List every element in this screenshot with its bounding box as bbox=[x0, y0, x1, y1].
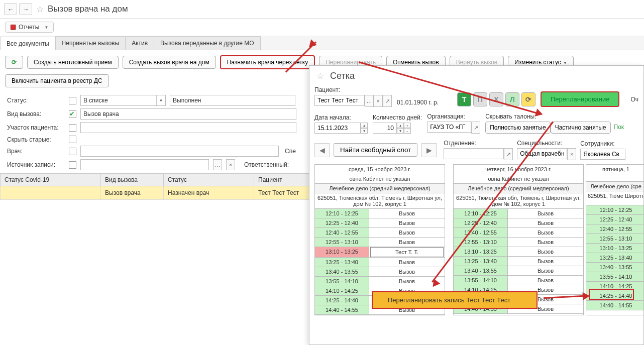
slot-row[interactable]: 13:10 - 13:25 bbox=[586, 244, 644, 253]
hide-full-button[interactable]: Полностью занятые bbox=[485, 122, 551, 134]
slot-row[interactable]: 13:10 - 13:25Вызов bbox=[454, 247, 583, 257]
slot-time: 14:10 - 14:25 bbox=[315, 286, 369, 295]
dept-input[interactable] bbox=[444, 148, 504, 159]
slot-label: Вызов bbox=[369, 258, 445, 267]
slot-row[interactable]: 13:40 - 13:55 bbox=[586, 263, 644, 272]
slot-row[interactable]: 13:55 - 14:10 bbox=[586, 272, 644, 282]
slot-label: Тест Т. Т. bbox=[370, 247, 444, 257]
patient-input[interactable] bbox=[314, 95, 365, 106]
spec-clear-button[interactable]: × bbox=[567, 148, 576, 160]
slot-row[interactable]: 12:25 - 12:40Вызов bbox=[315, 218, 445, 228]
slot-row[interactable]: 13:25 - 13:40Вызов bbox=[315, 258, 445, 267]
doctor-input[interactable] bbox=[80, 146, 279, 157]
staff-input[interactable] bbox=[580, 149, 625, 160]
slot-label: Вызов bbox=[508, 266, 583, 275]
favorite-icon[interactable]: ☆ bbox=[36, 4, 44, 15]
doctor-checkbox[interactable] bbox=[69, 148, 76, 155]
replan-mode-button[interactable]: Перепланирование bbox=[541, 91, 619, 107]
next-slot-button[interactable]: ▶ bbox=[421, 143, 437, 157]
refresh-button[interactable]: ⟳ bbox=[5, 56, 23, 69]
org-label: Организация: bbox=[427, 113, 480, 120]
slot-row[interactable]: 12:25 - 12:40 bbox=[586, 215, 644, 224]
col-type[interactable]: Вид вызова bbox=[101, 174, 164, 186]
slot-row[interactable]: 12:55 - 13:10 bbox=[586, 234, 644, 244]
slot-row[interactable]: 12:10 - 12:25Вызов bbox=[315, 209, 445, 218]
source-input[interactable] bbox=[80, 159, 209, 170]
staff-label: Сотрудники: bbox=[580, 140, 625, 147]
dayscount-input[interactable] bbox=[373, 123, 397, 134]
calltype-select[interactable]: Вызов врача bbox=[80, 108, 296, 120]
patient-lookup-button[interactable]: … bbox=[365, 95, 374, 107]
tab-other-mo[interactable]: Вызова переданные в другие МО bbox=[154, 36, 260, 50]
slot-time: 13:40 - 13:55 bbox=[315, 267, 369, 276]
slot-time: 13:10 - 13:25 bbox=[315, 247, 369, 257]
day3-addr: 625051, Тюме Широтная ул, д bbox=[586, 191, 644, 205]
slot-row[interactable]: 12:55 - 13:10Вызов bbox=[315, 238, 445, 247]
slot-row[interactable]: 12:10 - 12:25Вызов bbox=[454, 209, 583, 218]
top-nav: ← → ☆ Вызов врача на дом bbox=[0, 0, 644, 19]
org-open-button[interactable]: ↗ bbox=[471, 122, 480, 134]
col-status[interactable]: Статус bbox=[164, 174, 254, 186]
tab-all-docs[interactable]: Все документы bbox=[0, 37, 56, 50]
slot-row[interactable]: 13:55 - 14:10Вызов bbox=[315, 277, 445, 286]
calltype-label: Вид вызова: bbox=[7, 110, 65, 118]
slot-row[interactable]: 14:40 - 14:55 bbox=[586, 301, 644, 310]
slot-row[interactable]: 12:55 - 13:10Вызов bbox=[454, 238, 583, 247]
reports-bar: Отчеты bbox=[0, 19, 644, 36]
page-title: Вызов врача на дом bbox=[48, 4, 128, 14]
dept-open-button[interactable]: ↗ bbox=[504, 148, 513, 160]
hideold-checkbox[interactable] bbox=[69, 136, 76, 143]
slot-row[interactable]: 12:40 - 12:55 bbox=[586, 224, 644, 234]
slot-row[interactable]: 13:40 - 13:55Вызов bbox=[315, 267, 445, 277]
status-mode-select[interactable]: В списке▼ bbox=[80, 95, 166, 106]
days-down[interactable]: ▼ bbox=[397, 128, 404, 134]
slot-time: 14:40 - 14:55 bbox=[586, 301, 644, 310]
source-lookup-button[interactable]: … bbox=[213, 159, 222, 170]
reports-dropdown[interactable]: Отчеты bbox=[5, 22, 54, 33]
create-urgent-button[interactable]: Создать неотложный прием bbox=[27, 56, 119, 69]
slot-row[interactable]: 12:40 - 12:55Вызов bbox=[454, 228, 583, 238]
slot-row[interactable]: 13:25 - 13:40Вызов bbox=[454, 257, 583, 266]
patient-open-button[interactable]: ↗ bbox=[383, 95, 392, 107]
col-covid[interactable]: Статус Covid-19 bbox=[1, 174, 101, 186]
cell-status: Назначен врач bbox=[164, 186, 254, 200]
slot-time: 13:10 - 13:25 bbox=[586, 244, 644, 253]
patientarea-input[interactable] bbox=[80, 122, 296, 133]
startdate-input[interactable] bbox=[314, 123, 361, 134]
calltype-checkbox[interactable] bbox=[69, 110, 76, 118]
nav-back-button[interactable]: ← bbox=[4, 3, 17, 15]
days-up[interactable]: ▲ bbox=[397, 123, 404, 128]
patient-clear-button[interactable]: × bbox=[374, 95, 383, 107]
prev-slot-button[interactable]: ◀ bbox=[314, 143, 330, 157]
org-input[interactable] bbox=[427, 122, 471, 133]
status-checkbox[interactable] bbox=[69, 97, 76, 104]
slot-row[interactable]: 13:10 - 13:25Тест Т. Т. bbox=[315, 247, 445, 258]
create-call-button[interactable]: Создать вызов врача на дом bbox=[123, 56, 216, 69]
status-value-select[interactable]: Выполнен bbox=[170, 95, 295, 106]
slot-row[interactable]: 13:55 - 14:10Вызов bbox=[454, 276, 583, 285]
tab-unaccepted[interactable]: Непринятые вызовы bbox=[55, 36, 126, 50]
find-free-slot-button[interactable]: Найти свободный слот bbox=[334, 143, 417, 157]
include-ds-button[interactable]: Включить пациента в реестр ДС bbox=[5, 74, 109, 87]
slot-time: 13:40 - 13:55 bbox=[586, 263, 644, 272]
setka-fav-icon[interactable]: ☆ bbox=[316, 71, 324, 81]
nav-fwd-button[interactable]: → bbox=[19, 3, 32, 15]
date-down[interactable]: ▼ bbox=[361, 128, 368, 134]
source-label: Источник записи: bbox=[7, 161, 65, 168]
context-menu-replan[interactable]: Перепланировать запись Тест Тест Тест bbox=[372, 291, 538, 309]
slot-row[interactable]: 12:40 - 12:55Вызов bbox=[315, 228, 445, 238]
days-minus[interactable]: − bbox=[404, 128, 411, 134]
patientarea-checkbox[interactable] bbox=[69, 124, 76, 132]
days-plus[interactable]: + bbox=[404, 123, 411, 128]
date-up[interactable]: ▲ bbox=[361, 123, 368, 128]
setka-refresh-button[interactable]: ⟳ bbox=[521, 92, 535, 106]
tab-activ[interactable]: Актив bbox=[125, 36, 154, 50]
source-clear-button[interactable]: × bbox=[226, 159, 235, 170]
slot-row[interactable]: 13:25 - 13:40 bbox=[586, 253, 644, 263]
slot-row[interactable]: 13:40 - 13:55Вызов bbox=[454, 266, 583, 276]
status-label: Статус: bbox=[7, 97, 65, 104]
hide-partial-button[interactable]: Частично занятые bbox=[551, 122, 611, 134]
source-checkbox[interactable] bbox=[69, 161, 76, 169]
slot-row[interactable]: 12:10 - 12:25 bbox=[586, 205, 644, 215]
hideold-label: Скрыть старые: bbox=[7, 136, 65, 143]
